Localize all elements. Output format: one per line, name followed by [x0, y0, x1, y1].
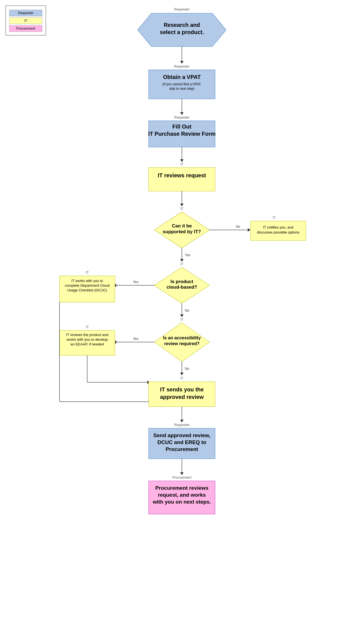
arrow3-head [180, 159, 184, 162]
step2-role-label: Requester [174, 65, 189, 68]
arrow6-no-head [180, 314, 184, 317]
step6-role-label: IT [180, 262, 184, 266]
step4-rect [149, 168, 215, 191]
step7-side-role: IT [86, 325, 89, 329]
step7-text1: Is an accessibility [163, 335, 201, 340]
step8-role-label: IT [180, 376, 184, 380]
step5-side-text2: discusses possible options [257, 230, 300, 234]
step7-side-t1: IT reviews the product and [66, 333, 109, 337]
step8-text2: approved review [160, 394, 204, 400]
step1-text2: select a product. [160, 29, 204, 35]
yes-label-6: Yes [133, 280, 138, 284]
step6-side-t3: Usage Checklist (DCUC) [67, 288, 107, 292]
step3-text2: IT Purchase Review Form [148, 131, 215, 137]
flowchart-svg: Requester Research and select a product.… [0, 0, 364, 641]
yes-label-5: Yes [185, 253, 190, 257]
step2-text1: Obtain a VPAT [163, 74, 201, 80]
arrow7-no-head [180, 373, 184, 375]
arrow4-head [180, 204, 184, 206]
step3-role-label: Requester [174, 116, 189, 119]
step10-text3: with you on next steps. [153, 499, 211, 505]
step5-text2: supported by IT? [163, 229, 201, 234]
step6-text1: Is product [171, 279, 193, 284]
arrow5-yes-head [180, 259, 184, 262]
arrow9-head [180, 472, 184, 475]
no-label-5: No [236, 225, 240, 229]
step6-text2: cloud-based? [167, 284, 197, 290]
step3-text1: Fill Out [172, 124, 192, 130]
yes-label-7: Yes [133, 337, 138, 341]
step5-text1: Can it be [172, 223, 192, 229]
no-label-6: No [185, 309, 189, 312]
arrow5-no-head [248, 228, 251, 232]
step6-side-role: IT [86, 271, 89, 275]
step5-side-role: IT [273, 216, 276, 220]
no-label-7: No [185, 367, 189, 371]
step5-role-label: IT [180, 207, 184, 211]
step9-text2: DCUC and EREQ to [158, 439, 206, 445]
step8-text1: IT sends you the [160, 386, 204, 393]
step6-side-t2: complete Department Cloud [65, 283, 110, 288]
arrow1-head [180, 61, 184, 64]
arrow8-head [180, 420, 184, 422]
step10-text2: request, and works [158, 492, 206, 498]
step7-side-t3: an EEAAP, if needed [71, 342, 104, 346]
step1-role-label: Requester [174, 7, 189, 11]
step1-text1: Research and [164, 22, 200, 28]
step9-role-label: Requester [174, 423, 189, 427]
step10-text1: Procurement reviews [155, 485, 208, 491]
step2-text2: (If you cannot find a VPAT, [162, 82, 201, 86]
step9-text3: Procurement [166, 446, 198, 452]
step4-text1: IT reviews request [158, 172, 206, 178]
step4-role-label: IT [180, 162, 184, 166]
step7-text2: review required? [164, 341, 200, 346]
step6-side-t1: IT works with you to [71, 279, 103, 283]
arrow2-head [180, 112, 184, 115]
step7-side-t2: works with you to develop [66, 337, 108, 342]
step5-side-text1: IT notifies you, and [263, 225, 293, 229]
step7-role-label: IT [180, 318, 184, 322]
step2-text3: skip to next step) [169, 87, 195, 91]
step10-role-label: Procurement [172, 476, 192, 480]
step9-text1: Send approved review, [153, 432, 210, 438]
